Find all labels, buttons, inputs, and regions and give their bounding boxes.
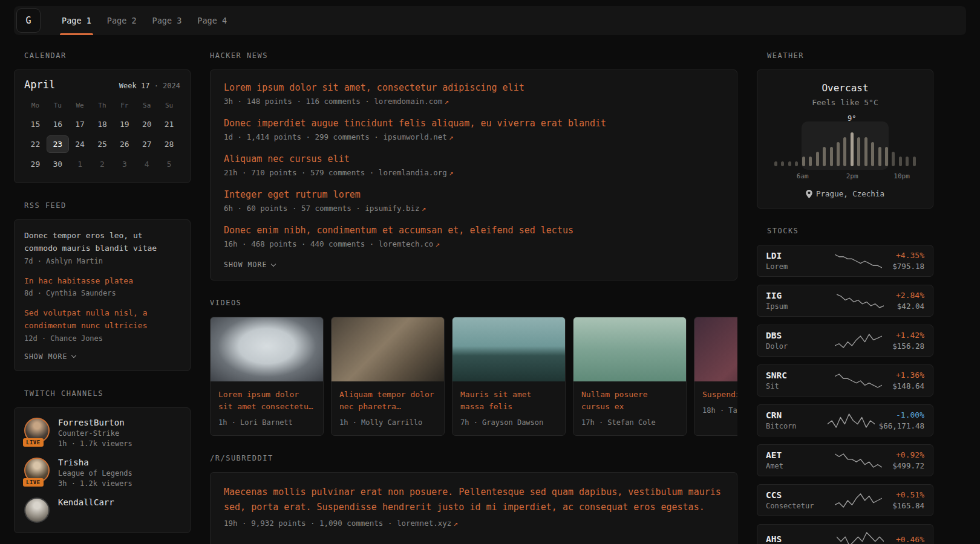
video-card[interactable]: Suspendisse diam 18h · Tara — [694, 317, 737, 436]
rss-item-link[interactable]: Sed volutpat nulla nisl, a condimentum n… — [24, 307, 180, 332]
calendar-day: 15 — [24, 115, 47, 133]
dashboard: CALENDAR April Week 17 · 2024 Mo Tu We T… — [14, 35, 933, 544]
stock-id: CCS Consectetur — [766, 490, 824, 510]
twitch-channel[interactable]: LIVE Trisha League of Legends 3h · 1.2k … — [24, 458, 180, 488]
weather-bar — [788, 161, 791, 166]
calendar-day: 19 — [113, 115, 136, 133]
video-info: Aliquam tempor dolor nec pharetra… 1h · … — [332, 381, 444, 435]
calendar-section: CALENDAR April Week 17 · 2024 Mo Tu We T… — [14, 51, 191, 183]
stock-numbers: +0.92% $499.72 — [892, 450, 924, 470]
news-meta: 21h · 710 points · 579 comments · loreml… — [224, 168, 724, 177]
channel-viewers: 1h · 1.7k viewers — [58, 439, 132, 448]
twitch-channel[interactable]: LIVE ForrestBurton Counter-Strike 1h · 1… — [24, 418, 180, 448]
news-title-link[interactable]: Aliquam nec cursus elit — [224, 154, 724, 164]
stock-numbers: +4.35% $795.18 — [892, 251, 924, 271]
stock-change: +2.84% — [896, 291, 924, 300]
video-card[interactable]: Aliquam tempor dolor nec pharetra… 1h · … — [331, 317, 445, 436]
stock-change: -1.00% — [879, 410, 924, 419]
stock-name: Sit — [766, 382, 824, 390]
stock-sparkline — [837, 530, 884, 544]
twitch-channel[interactable]: KendallCarr — [24, 497, 180, 523]
video-meta: 7h · Grayson Dawson — [460, 418, 557, 427]
stock-id: AET Amet — [766, 450, 824, 470]
video-thumbnail — [573, 317, 686, 381]
weather-bar — [774, 161, 777, 166]
stock-symbol: CRN — [766, 410, 824, 420]
tab-page-4[interactable]: Page 4 — [189, 6, 235, 35]
channel-info: ForrestBurton Counter-Strike 1h · 1.7k v… — [58, 418, 132, 448]
external-link-icon[interactable]: ↗ — [422, 204, 426, 213]
calendar-header: April Week 17 · 2024 — [24, 79, 180, 91]
weather-bar — [781, 161, 784, 166]
video-title: Aliquam tempor dolor nec pharetra… — [339, 389, 436, 413]
stock-sparkline — [835, 252, 882, 270]
video-info: Suspendisse diam 18h · Tara — [694, 381, 737, 423]
external-link-icon[interactable]: ↗ — [453, 519, 458, 528]
stock-row[interactable]: CCS Consectetur +0.51% $165.84 — [757, 484, 933, 516]
news-title-link[interactable]: Integer eget rutrum lorem — [224, 189, 724, 200]
post-title-link[interactable]: Maecenas mollis pulvinar erat non posuer… — [224, 485, 724, 515]
stock-row[interactable]: AHS +0.46% — [757, 524, 933, 544]
stock-row[interactable]: SNRC Sit +1.36% $148.64 — [757, 364, 933, 397]
stock-price: $42.04 — [896, 302, 924, 311]
stock-sparkline — [835, 332, 882, 350]
hackernews-show-more-button[interactable]: SHOW MORE — [224, 261, 724, 269]
weather-bar — [885, 147, 888, 166]
news-title-link[interactable]: Donec enim nibh, condimentum et accumsan… — [224, 225, 724, 236]
stock-row[interactable]: IIG Ipsum +2.84% $42.04 — [757, 285, 933, 317]
calendar-day: 30 — [47, 155, 69, 173]
weather-bar — [913, 157, 916, 166]
rss-item: In hac habitasse platea 8d · Cynthia Sau… — [24, 275, 180, 298]
stock-symbol: DBS — [766, 331, 824, 340]
stock-change: +0.46% — [896, 535, 924, 544]
tab-page-1[interactable]: Page 1 — [54, 6, 99, 35]
stock-numbers: +1.36% $148.64 — [892, 371, 924, 390]
stock-row[interactable]: CRN Bitcorn -1.00% $66,171.48 — [757, 404, 933, 436]
twitch-section: TWITCH CHANNELS LIVE ForrestBurton Count… — [14, 389, 191, 533]
app-logo[interactable]: G — [16, 8, 41, 33]
weather-time-axis: 6am 2pm 10pm — [774, 172, 916, 181]
video-card[interactable]: Nullam posuere cursus ex 17h · Stefan Co… — [573, 317, 687, 436]
calendar-year: 2024 — [163, 82, 180, 90]
hackernews-widget: Lorem ipsum dolor sit amet, consectetur … — [210, 70, 737, 280]
news-meta-text: 3h · 148 points · 116 comments · loremdo… — [224, 97, 442, 106]
news-title-link[interactable]: Donec imperdiet augue tincidunt felis al… — [224, 118, 724, 129]
calendar-day: 22 — [24, 135, 47, 153]
stock-numbers: +1.42% $156.28 — [892, 331, 924, 351]
stock-row[interactable]: AET Amet +0.92% $499.72 — [757, 444, 933, 476]
rss-item-link[interactable]: Donec tempor eros leo, ut commodo mauris… — [24, 230, 180, 255]
weather-widget: Overcast Feels like 5°C 9° 6am 2pm 10pm … — [757, 70, 933, 209]
rss-section: RSS FEED Donec tempor eros leo, ut commo… — [14, 201, 191, 371]
stock-price: $148.64 — [892, 381, 924, 390]
rss-item-link[interactable]: In hac habitasse platea — [24, 275, 180, 288]
weather-bar — [809, 157, 812, 166]
calendar-separator: · — [154, 82, 158, 90]
video-card[interactable]: Lorem ipsum dolor sit amet consectetu… 1… — [210, 317, 324, 436]
external-link-icon[interactable]: ↗ — [449, 168, 454, 177]
stock-name: Lorem — [766, 262, 824, 271]
stock-row[interactable]: LDI Lorem +4.35% $795.18 — [757, 245, 933, 277]
weather-bar — [878, 147, 881, 166]
stock-price: $66,171.48 — [879, 421, 924, 430]
stock-row[interactable]: DBS Dolor +1.42% $156.28 — [757, 325, 933, 357]
stock-sparkline — [828, 412, 875, 430]
tab-page-3[interactable]: Page 3 — [145, 6, 190, 35]
stock-price: $499.72 — [892, 461, 924, 470]
external-link-icon[interactable]: ↗ — [444, 97, 449, 106]
calendar-day-next-month: 5 — [158, 155, 180, 173]
external-link-icon[interactable]: ↗ — [435, 239, 440, 248]
stock-id: AHS — [766, 534, 824, 544]
stock-symbol: SNRC — [766, 371, 824, 380]
stock-price: $795.18 — [892, 262, 924, 271]
channel-game: League of Legends — [58, 469, 132, 478]
news-title-link[interactable]: Lorem ipsum dolor sit amet, consectetur … — [224, 82, 724, 93]
live-badge: LIVE — [23, 438, 44, 447]
rss-show-more-button[interactable]: SHOW MORE — [24, 352, 180, 361]
tab-page-2[interactable]: Page 2 — [99, 6, 145, 35]
news-item: Aliquam nec cursus elit 21h · 710 points… — [224, 154, 724, 177]
external-link-icon[interactable]: ↗ — [449, 132, 454, 141]
stock-change: +1.42% — [892, 331, 924, 340]
channel-name: ForrestBurton — [58, 418, 132, 427]
video-card[interactable]: Mauris sit amet massa felis 7h · Grayson… — [452, 317, 566, 436]
avatar — [24, 497, 50, 523]
